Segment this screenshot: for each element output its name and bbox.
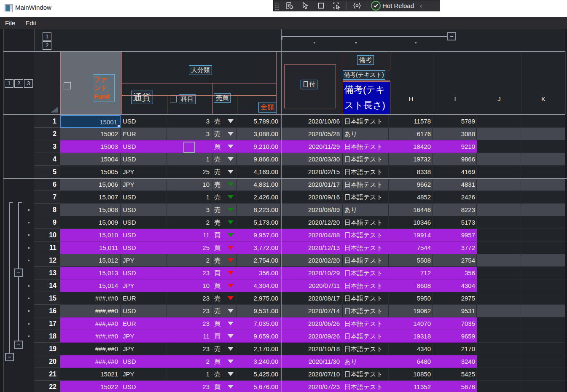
cell-baibai[interactable]: 売	[212, 128, 237, 140]
cell-k[interactable]	[521, 355, 565, 368]
cell-biko[interactable]: 日本語テスト	[343, 343, 389, 355]
cell-fund[interactable]: 15004	[60, 153, 121, 166]
cell-zengaku[interactable]: 9,866.00	[237, 153, 281, 166]
cell-j[interactable]	[477, 115, 521, 128]
header-daibunrui-label[interactable]: 大分類	[189, 65, 212, 75]
cell-k[interactable]	[521, 229, 565, 242]
col-outline-level-2-button[interactable]: 2	[43, 41, 51, 50]
cell-i[interactable]: 9531	[433, 305, 477, 317]
row-header[interactable]: 7	[34, 191, 60, 204]
kamoku-header-checkbox[interactable]	[170, 96, 177, 102]
cell-j[interactable]	[477, 216, 521, 229]
cell-i[interactable]: 9210	[433, 140, 477, 153]
cell-j[interactable]	[477, 381, 521, 392]
cell-currency[interactable]: USD	[121, 267, 167, 279]
cell-kamoku[interactable]: 1	[167, 153, 212, 166]
cell-h[interactable]: 6176	[389, 128, 433, 140]
cell-fund[interactable]: 15002	[60, 128, 121, 140]
cell-j[interactable]	[477, 279, 521, 292]
cell-kamoku[interactable]: 25	[167, 166, 212, 178]
header-corner-cell[interactable]	[34, 51, 60, 114]
cell-fund[interactable]: 15003	[60, 140, 121, 153]
cell-h[interactable]: 7544	[389, 242, 433, 254]
cell-j[interactable]	[477, 140, 521, 153]
cell-hizuke[interactable]: 2020/10/06	[282, 115, 343, 128]
row-header[interactable]: 22	[34, 381, 60, 392]
dropdown-arrow-icon[interactable]	[228, 208, 234, 212]
cell-fund[interactable]: ###,##0	[60, 343, 121, 355]
cell-k[interactable]	[521, 343, 565, 355]
select-all-triangle[interactable]	[51, 107, 58, 113]
cell-fund[interactable]: ###,##0	[60, 355, 121, 368]
row-header[interactable]: 6	[34, 178, 60, 191]
cell-biko[interactable]: 日本語テスト	[343, 305, 389, 317]
cell-hizuke[interactable]: 2020/01/17	[282, 178, 343, 191]
cell-hizuke[interactable]: 2020/12/20	[282, 216, 343, 229]
cell-h[interactable]: 11578	[389, 115, 433, 128]
dropdown-arrow-icon[interactable]	[228, 183, 234, 186]
cell-j[interactable]	[477, 317, 521, 330]
cell-kamoku[interactable]: 2	[167, 254, 212, 267]
cell-baibai[interactable]: 売	[212, 204, 237, 216]
dropdown-arrow-icon[interactable]	[228, 309, 234, 313]
cell-currency[interactable]: USD	[121, 140, 167, 153]
cell-zengaku[interactable]: 4,169.00	[237, 166, 281, 178]
cell-j[interactable]	[477, 166, 521, 178]
header-col-k[interactable]: K	[521, 95, 565, 102]
cell-hizuke[interactable]: 2020/08/09	[282, 204, 343, 216]
row-header[interactable]: 3	[34, 140, 60, 153]
fund-header-label[interactable]: ファンド Fund	[93, 74, 115, 102]
cell-j[interactable]	[477, 128, 521, 140]
cell-zengaku[interactable]: 7,035.00	[237, 317, 281, 330]
cell-kamoku[interactable]: 23	[167, 317, 212, 330]
header-col-i[interactable]: I	[433, 95, 477, 102]
cell-fund[interactable]: ###,##0	[60, 292, 121, 305]
cell-hizuke[interactable]: 2020/07/10	[282, 368, 343, 381]
cell-k[interactable]	[521, 254, 565, 267]
cell-i[interactable]: 356	[433, 267, 477, 279]
cell-j[interactable]	[477, 305, 521, 317]
cell-kamoku[interactable]: 25	[167, 242, 212, 254]
cell-zengaku[interactable]: 9,210.00	[237, 140, 281, 153]
cell-kamoku[interactable]: 3	[167, 128, 212, 140]
dropdown-arrow-icon[interactable]	[228, 157, 234, 161]
cell-currency[interactable]: USD	[121, 216, 167, 229]
header-col-h[interactable]: H	[389, 95, 433, 102]
header-biko-text-label[interactable]: 備考(テキスト)	[343, 70, 385, 80]
cell-kamoku[interactable]: 23	[167, 381, 212, 392]
row-header[interactable]: 5	[34, 166, 60, 178]
cell-h[interactable]: 8338	[389, 166, 433, 178]
cell-i[interactable]: 9659	[433, 330, 477, 343]
row-outline-level-2-button[interactable]: 2	[14, 79, 23, 88]
cell-k[interactable]	[521, 330, 565, 343]
cell-k[interactable]	[521, 305, 565, 317]
cell-h[interactable]: 4340	[389, 343, 433, 355]
cell-j[interactable]	[477, 153, 521, 166]
cell-fund[interactable]: 15,009	[60, 216, 121, 229]
cell-zengaku[interactable]: 5,425.00	[237, 368, 281, 381]
row-header[interactable]: 8	[34, 204, 60, 216]
cell-i[interactable]: 3240	[433, 355, 477, 368]
cell-j[interactable]	[477, 330, 521, 343]
cell-zengaku[interactable]: 2,975.00	[237, 292, 281, 305]
cell-kamoku[interactable]: 1	[167, 191, 212, 204]
cell-biko[interactable]: 日本語テスト	[343, 317, 389, 330]
cell-biko[interactable]: 日本語テスト	[343, 115, 389, 128]
cell-baibai[interactable]: 買	[212, 229, 237, 242]
cell-fund[interactable]: 15001	[60, 115, 121, 128]
row-outline-level-3-button[interactable]: 3	[24, 79, 33, 88]
cell-baibai[interactable]: 売	[212, 191, 237, 204]
cell-zengaku[interactable]: 356.00	[237, 267, 281, 279]
cell-kamoku[interactable]: 10	[167, 279, 212, 292]
cell-biko[interactable]: 日本語テスト	[343, 178, 389, 191]
cell-baibai[interactable]: 売	[212, 166, 237, 178]
cell-currency[interactable]: USD	[121, 115, 167, 128]
header-biko-label[interactable]: 備考	[357, 55, 374, 65]
cell-i[interactable]: 2754	[433, 254, 477, 267]
cell-currency[interactable]: USD	[121, 305, 167, 317]
cell-currency[interactable]: EUR	[121, 128, 167, 140]
cell-hizuke[interactable]: 2020/03/30	[282, 153, 343, 166]
header-tsuka-label[interactable]: 通貨	[131, 91, 153, 104]
cell-kamoku[interactable]: 23	[167, 343, 212, 355]
cell-hizuke[interactable]: 2020/07/14	[282, 305, 343, 317]
